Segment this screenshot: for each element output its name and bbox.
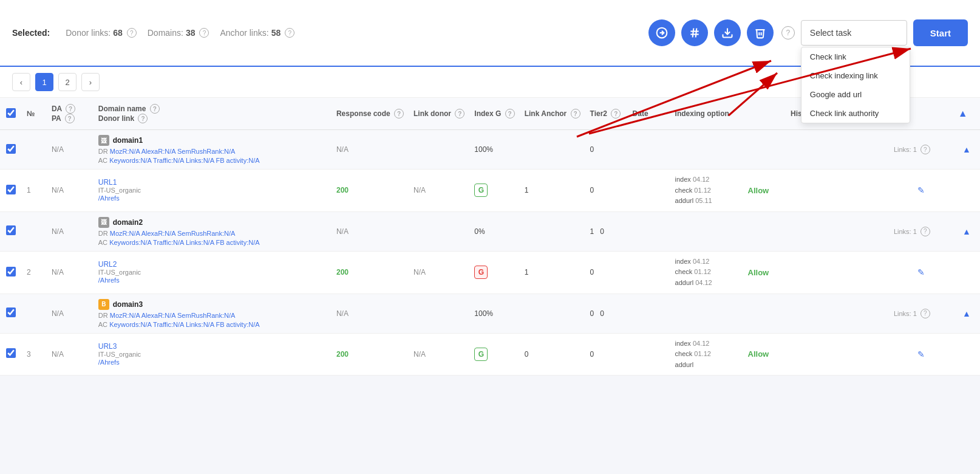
domain1-fb[interactable]: FB activity:N/A bbox=[216, 157, 259, 164]
domain2-links[interactable]: Links:N/A bbox=[186, 239, 214, 246]
donor-help-icon[interactable]: ? bbox=[138, 114, 148, 123]
domain1-da: N/A bbox=[47, 130, 94, 170]
select-all-checkbox[interactable] bbox=[6, 108, 16, 118]
url3-edit-icon[interactable]: ✎ bbox=[917, 349, 925, 359]
domain2-status bbox=[743, 211, 786, 251]
task-option-check-indexing[interactable]: Check indexing link bbox=[801, 66, 910, 85]
domain1-keywords[interactable]: Keywords:N/A bbox=[109, 157, 151, 164]
delete-btn[interactable] bbox=[747, 19, 774, 46]
link-donor-help-icon[interactable]: ? bbox=[455, 109, 464, 118]
url3-date bbox=[628, 333, 670, 376]
url2-checkbox[interactable] bbox=[6, 267, 16, 276]
domain2-keywords[interactable]: Keywords:N/A bbox=[109, 239, 151, 246]
header-indexing-option: Indexing option bbox=[670, 98, 743, 130]
domain1-links[interactable]: Links:N/A bbox=[186, 157, 214, 164]
export-btn[interactable] bbox=[648, 19, 675, 46]
domain3-links-help[interactable]: ? bbox=[920, 309, 930, 318]
url2-da: N/A bbox=[47, 251, 94, 294]
url1-edit-icon[interactable]: ✎ bbox=[917, 185, 925, 195]
url1-ahrefs[interactable]: /Ahrefs bbox=[98, 194, 120, 202]
task-dropdown-menu: Check link Check indexing link Google ad… bbox=[801, 47, 910, 123]
table-row: 3 N/A URL3 IT-US_organic /Ahrefs 200 N/A… bbox=[0, 333, 980, 376]
domain3-alexar[interactable]: AlexaR:N/A bbox=[141, 312, 175, 319]
start-button[interactable]: Start bbox=[913, 19, 968, 46]
prev-page-btn[interactable]: ‹ bbox=[12, 73, 30, 91]
domain3-fb[interactable]: FB activity:N/A bbox=[216, 321, 259, 328]
domain3-link-donor bbox=[409, 294, 469, 333]
domain1-mozr[interactable]: MozR:N/A bbox=[110, 148, 140, 155]
domain3-traffic[interactable]: Traffic:N/A bbox=[153, 321, 184, 328]
domain1-alexar[interactable]: AlexaR:N/A bbox=[141, 148, 175, 155]
domain2-collapse[interactable]: ▲ bbox=[953, 211, 980, 251]
tier2-help-icon[interactable]: ? bbox=[611, 109, 621, 118]
domain3-checkbox[interactable] bbox=[6, 307, 16, 317]
url2-edit[interactable]: ✎ bbox=[889, 251, 953, 294]
url3-info: URL3 IT-US_organic /Ahrefs bbox=[94, 333, 332, 376]
domain2-alexar[interactable]: AlexaR:N/A bbox=[141, 230, 175, 237]
top-bar: Selected: Donor links: 68 ? Domains: 38 … bbox=[0, 0, 980, 67]
domain3-semrush[interactable]: SemRushRank:N/A bbox=[177, 312, 235, 319]
domain2-date bbox=[628, 211, 670, 251]
next-page-btn[interactable]: › bbox=[81, 73, 100, 91]
index-g-help-icon[interactable]: ? bbox=[505, 109, 515, 118]
anchor-links-help-icon[interactable]: ? bbox=[285, 28, 294, 38]
url2-number: 2 bbox=[22, 251, 47, 294]
page-2-btn[interactable]: 2 bbox=[58, 73, 77, 91]
da-help-icon[interactable]: ? bbox=[66, 104, 75, 114]
url2-status: Allow bbox=[743, 251, 786, 294]
domains-help-icon[interactable]: ? bbox=[199, 28, 209, 38]
domain3-keywords[interactable]: Keywords:N/A bbox=[109, 321, 151, 328]
url1-checkbox[interactable] bbox=[6, 185, 16, 194]
task-option-check-link[interactable]: Check link bbox=[801, 47, 910, 66]
domain-help-icon[interactable]: ? bbox=[150, 104, 160, 114]
url3-index-g: G bbox=[469, 333, 519, 376]
domain3-mozr[interactable]: MozR:N/A bbox=[110, 312, 140, 319]
donor-links-help-icon[interactable]: ? bbox=[127, 28, 137, 38]
domain2-checkbox[interactable] bbox=[6, 225, 16, 235]
url3-edit[interactable]: ✎ bbox=[889, 333, 953, 376]
domain3-meta: DR MozR:N/A AlexaR:N/A SemRushRank:N/A bbox=[98, 312, 327, 319]
domain2-links-help[interactable]: ? bbox=[920, 227, 930, 236]
domain3-links[interactable]: Links:N/A bbox=[186, 321, 214, 328]
domain2-traffic[interactable]: Traffic:N/A bbox=[153, 239, 184, 246]
url3-checkbox[interactable] bbox=[6, 348, 16, 358]
url2-campaign: IT-US_organic bbox=[98, 269, 327, 276]
url2-date bbox=[628, 251, 670, 294]
url1-g-badge: G bbox=[474, 184, 488, 197]
header-collapse: ▲ bbox=[953, 98, 980, 130]
domain3-collapse[interactable]: ▲ bbox=[953, 294, 980, 333]
domain2-semrush[interactable]: SemRushRank:N/A bbox=[177, 230, 235, 237]
page-1-btn[interactable]: 1 bbox=[35, 73, 53, 91]
url2-edit-icon[interactable]: ✎ bbox=[917, 267, 925, 277]
task-option-check-authority[interactable]: Check link authority bbox=[801, 104, 910, 123]
domain1-collapse[interactable]: ▲ bbox=[953, 130, 980, 170]
url1-edit[interactable]: ✎ bbox=[889, 170, 953, 212]
url3-link[interactable]: URL3 bbox=[98, 342, 117, 351]
collapse-icon-header[interactable]: ▲ bbox=[958, 108, 968, 118]
domain3-history bbox=[786, 294, 834, 333]
domain1-status bbox=[743, 130, 786, 170]
url3-ahrefs[interactable]: /Ahrefs bbox=[98, 359, 120, 366]
domain1-checkbox[interactable] bbox=[6, 144, 16, 154]
task-option-google-add[interactable]: Google add url bbox=[801, 85, 910, 104]
domain1-links-help[interactable]: ? bbox=[920, 145, 930, 154]
url1-link[interactable]: URL1 bbox=[98, 178, 117, 187]
url1-date bbox=[628, 170, 670, 212]
domain2-mozr[interactable]: MozR:N/A bbox=[110, 230, 140, 237]
hash-btn[interactable] bbox=[681, 19, 708, 46]
url2-ahrefs[interactable]: /Ahrefs bbox=[98, 276, 120, 284]
actions-help-icon[interactable]: ? bbox=[781, 26, 795, 40]
domain2-fb[interactable]: FB activity:N/A bbox=[216, 239, 259, 246]
select-task-dropdown[interactable]: Select task Check link Check indexing li… bbox=[801, 20, 907, 46]
domain2-history bbox=[786, 211, 834, 251]
domain1-traffic[interactable]: Traffic:N/A bbox=[153, 157, 184, 164]
response-help-icon[interactable]: ? bbox=[394, 109, 404, 118]
domain2-indexing bbox=[670, 211, 743, 251]
download-btn[interactable] bbox=[714, 19, 741, 46]
domain2-name: domain2 bbox=[113, 218, 143, 227]
anchor-help-icon[interactable]: ? bbox=[571, 109, 580, 118]
domain1-response: N/A bbox=[332, 130, 409, 170]
pa-help-icon[interactable]: ? bbox=[65, 114, 75, 123]
url2-link[interactable]: URL2 bbox=[98, 260, 117, 269]
domain1-semrush[interactable]: SemRushRank:N/A bbox=[177, 148, 235, 155]
